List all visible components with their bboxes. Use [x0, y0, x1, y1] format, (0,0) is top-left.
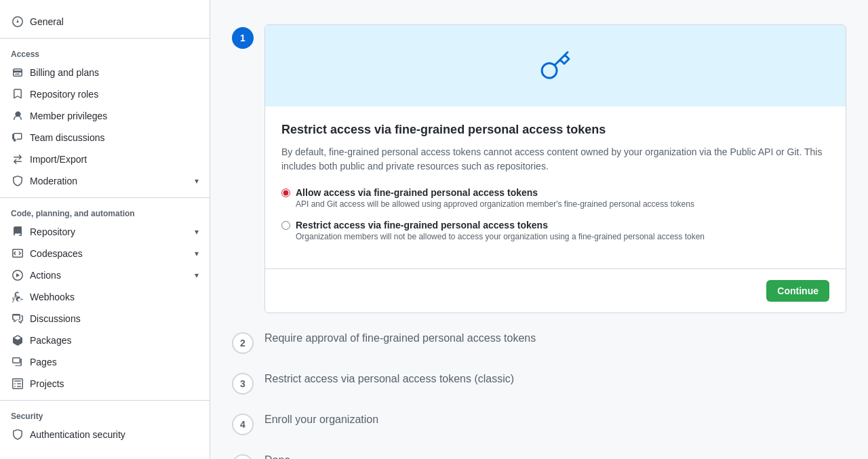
sidebar-item-codespaces-label: Codespaces: [30, 248, 195, 259]
arrows-icon: [11, 153, 24, 166]
sidebar-item-import-export-label: Import/Export: [30, 154, 199, 165]
sidebar-item-billing[interactable]: Billing and plans: [0, 62, 210, 83]
shield-icon: [11, 174, 24, 188]
sidebar-item-general[interactable]: General: [0, 11, 210, 33]
sidebar-item-packages[interactable]: Packages: [0, 330, 210, 351]
step-1-number: 1: [232, 27, 254, 49]
pages-icon: [11, 355, 24, 369]
sidebar-item-billing-label: Billing and plans: [30, 67, 199, 78]
sidebar-item-pages-label: Pages: [30, 357, 199, 367]
sidebar-item-auth-security-label: Authentication security: [30, 429, 199, 440]
sidebar-item-team-discussions-label: Team discussions: [30, 132, 199, 143]
credit-card-icon: [11, 66, 24, 79]
sidebar-item-codespaces[interactable]: Codespaces ▾: [0, 243, 210, 264]
chevron-down-icon: ▾: [195, 227, 199, 237]
sidebar-item-repository[interactable]: Repository ▾: [0, 221, 210, 243]
sidebar-item-discussions-label: Discussions: [30, 313, 199, 324]
step-3-row: 3 Restrict access via personal access to…: [232, 362, 846, 403]
play-icon: [11, 268, 24, 282]
sidebar-item-import-export[interactable]: Import/Export: [0, 148, 210, 170]
step-2-number: 2: [232, 332, 254, 354]
sidebar-item-repo-roles[interactable]: Repository roles: [0, 83, 210, 105]
sidebar-section-access: Access: [0, 44, 210, 62]
package-icon: [11, 334, 24, 347]
comment-icon: [11, 131, 24, 144]
sidebar-item-member-privileges-label: Member privileges: [30, 111, 199, 121]
allow-radio-desc: API and Git access will be allowed using…: [296, 199, 694, 209]
step-done-title: Done: [264, 452, 846, 459]
step-3-title: Restrict access via personal access toke…: [264, 370, 846, 385]
step-done-content: Done: [264, 452, 846, 459]
step-3-number: 3: [232, 373, 254, 395]
sidebar-item-team-discussions[interactable]: Team discussions: [0, 127, 210, 148]
step-1-description: By default, fine-grained personal access…: [281, 145, 829, 174]
sidebar-item-packages-label: Packages: [30, 335, 199, 346]
step-2-content: Require approval of fine-grained persona…: [264, 330, 846, 344]
radio-option-restrict: Restrict access via fine-grained persona…: [281, 220, 829, 241]
discussions-icon: [11, 312, 24, 325]
repo-roles-icon: [11, 87, 24, 101]
step-1-row: 1 Restrict access via fine-grained perso…: [232, 16, 846, 321]
restrict-radio[interactable]: [281, 221, 290, 230]
webhook-icon: [11, 290, 24, 304]
step-4-title: Enroll your organization: [264, 411, 846, 426]
step-4-number: 4: [232, 414, 254, 435]
sidebar-item-actions[interactable]: Actions ▾: [0, 264, 210, 286]
step-done-number: ✓: [232, 454, 254, 459]
person-icon: [11, 109, 24, 123]
radio-restrict-labels: Restrict access via fine-grained persona…: [296, 220, 705, 241]
main-content: 1 Restrict access via fine-grained perso…: [210, 0, 868, 459]
sidebar-item-repo-roles-label: Repository roles: [30, 89, 199, 100]
radio-allow-labels: Allow access via fine-grained personal a…: [296, 187, 694, 209]
sidebar-item-member-privileges[interactable]: Member privileges: [0, 105, 210, 127]
step-done-row: ✓ Done: [232, 443, 846, 459]
step-1-content: Restrict access via fine-grained persona…: [264, 24, 846, 313]
restrict-radio-label: Restrict access via fine-grained persona…: [296, 220, 705, 231]
sidebar-item-auth-security[interactable]: Authentication security: [0, 424, 210, 445]
step-1-footer: Continue: [265, 268, 846, 313]
book-icon: [11, 225, 24, 239]
sidebar-item-projects-label: Projects: [30, 378, 199, 389]
sidebar: General Access Billing and plans Reposit…: [0, 0, 210, 459]
allow-radio-label: Allow access via fine-grained personal a…: [296, 187, 694, 198]
gear-icon: [11, 15, 24, 28]
projects-icon: [11, 377, 24, 391]
shield-lock-icon: [11, 428, 24, 441]
sidebar-item-moderation-label: Moderation: [30, 176, 195, 186]
step-3-content: Restrict access via personal access toke…: [264, 370, 846, 385]
sidebar-item-discussions[interactable]: Discussions: [0, 308, 210, 330]
sidebar-item-actions-label: Actions: [30, 270, 195, 281]
chevron-down-icon: ▾: [195, 249, 199, 258]
step-2-row: 2 Require approval of fine-grained perso…: [232, 321, 846, 362]
sidebar-item-general-label: General: [30, 16, 199, 27]
step-4-content: Enroll your organization: [264, 411, 846, 426]
sidebar-item-webhooks-label: Webhooks: [30, 292, 199, 302]
step-1-card: Restrict access via fine-grained persona…: [264, 24, 846, 313]
sidebar-item-pages[interactable]: Pages: [0, 351, 210, 373]
step-2-title: Require approval of fine-grained persona…: [264, 330, 846, 344]
sidebar-item-webhooks[interactable]: Webhooks: [0, 286, 210, 308]
codespaces-icon: [11, 247, 24, 260]
sidebar-item-projects[interactable]: Projects: [0, 373, 210, 395]
sidebar-section-security: Security: [0, 406, 210, 424]
allow-radio[interactable]: [281, 188, 290, 197]
continue-button[interactable]: Continue: [766, 280, 829, 302]
radio-option-allow: Allow access via fine-grained personal a…: [281, 187, 829, 209]
step-1-card-header: [265, 25, 846, 106]
chevron-down-icon: ▾: [195, 176, 199, 186]
step-1-title: Restrict access via fine-grained persona…: [281, 123, 829, 137]
sidebar-item-repository-label: Repository: [30, 226, 195, 237]
step-4-row: 4 Enroll your organization: [232, 403, 846, 443]
restrict-radio-desc: Organization members will not be allowed…: [296, 232, 705, 241]
sidebar-section-code: Code, planning, and automation: [0, 203, 210, 221]
steps-container: 1 Restrict access via fine-grained perso…: [232, 16, 846, 459]
sidebar-item-moderation[interactable]: Moderation ▾: [0, 170, 210, 192]
chevron-down-icon: ▾: [195, 271, 199, 280]
step-1-card-body: Restrict access via fine-grained persona…: [265, 106, 846, 268]
